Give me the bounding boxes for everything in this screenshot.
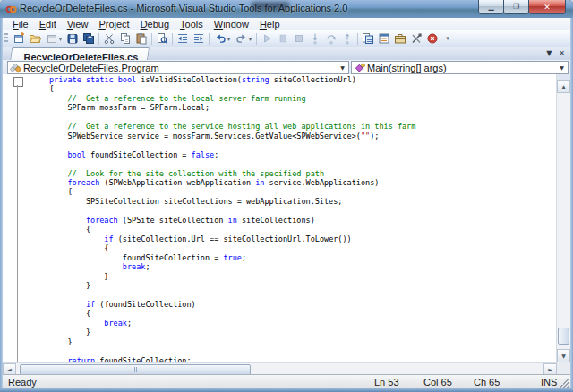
status-character-number: Ch 65 — [474, 377, 500, 388]
save-button[interactable] — [64, 31, 81, 46]
menu-item-file[interactable]: File — [7, 18, 34, 30]
break-all-icon — [277, 32, 289, 45]
types-dropdown-value: RecycleOrDeleteFiles.Program — [23, 63, 337, 73]
redo-button[interactable]: ▾ — [233, 31, 254, 46]
paste-icon — [135, 32, 148, 45]
step-out-icon — [341, 32, 354, 45]
save-all-button[interactable] — [81, 31, 97, 46]
break-all-button[interactable] — [275, 31, 291, 46]
step-over-icon — [325, 32, 338, 45]
toolbar-overflow-button[interactable]: ▾ — [442, 35, 453, 42]
cut-button[interactable] — [101, 31, 117, 46]
menu-item-help[interactable]: Help — [254, 18, 286, 30]
start-debug-icon — [261, 32, 273, 45]
open-file-button[interactable] — [27, 31, 43, 46]
title-bar[interactable]: RecycleOrDeleteFiles.cs - Microsoft Visu… — [0, 0, 573, 18]
caption-buttons: ▁❐✕ — [479, 0, 566, 14]
status-column-number: Col 65 — [423, 377, 452, 388]
resize-grip[interactable] — [560, 379, 569, 388]
status-line-number: Ln 53 — [374, 377, 399, 388]
vertical-scrollbar[interactable]: ▲ ▼ — [556, 74, 570, 362]
maximize-button-icon: ❐ — [513, 4, 519, 11]
horizontal-scrollbar[interactable]: ◄ ► — [3, 362, 557, 375]
paste-button[interactable] — [133, 31, 150, 46]
add-new-item-button[interactable] — [11, 31, 27, 46]
status-message: Ready — [8, 377, 37, 388]
minimize-button-icon: ▁ — [488, 4, 493, 11]
dropdown-caret-icon[interactable]: ▾ — [59, 36, 62, 42]
increase-indent-button[interactable] — [191, 31, 207, 46]
stop-debug-icon — [293, 32, 305, 45]
scrollbar-corner — [557, 362, 570, 374]
menu-bar: FileEditViewProjectDebugToolsWindowHelp — [3, 18, 570, 30]
status-insert-mode: INS — [541, 377, 557, 388]
maximize-button[interactable]: ❐ — [503, 0, 529, 14]
toolbar-grip-handle[interactable] — [4, 33, 8, 44]
dropdown-caret-icon[interactable]: ▾ — [227, 36, 230, 42]
menu-item-window[interactable]: Window — [209, 18, 254, 30]
class-icon — [10, 63, 21, 73]
menu-item-edit[interactable]: Edit — [34, 18, 62, 30]
open-file-icon — [29, 32, 41, 45]
undo-button[interactable]: ▾ — [211, 31, 233, 46]
close-button[interactable]: ✕ — [528, 0, 566, 14]
tab-recycleordeletefiles[interactable]: RecycleOrDeleteFiles.cs — [10, 47, 150, 61]
add-form-button[interactable]: ▾ — [43, 31, 64, 46]
redo-icon — [235, 32, 248, 45]
copy-icon — [119, 32, 132, 45]
solution-explorer-button[interactable] — [360, 31, 376, 46]
cut-icon — [103, 32, 115, 45]
toolbar-separator — [256, 33, 257, 45]
members-dropdown-value: Main(string[] args) — [367, 63, 556, 73]
window-title: RecycleOrDeleteFiles.cs - Microsoft Visu… — [20, 3, 347, 13]
tab-scroll-dropdown-icon[interactable]: ▼ — [546, 48, 552, 58]
decrease-indent-button[interactable] — [175, 31, 191, 46]
toolbox-button[interactable] — [392, 31, 408, 46]
save-all-icon — [82, 32, 95, 45]
properties-window-button[interactable] — [376, 31, 392, 46]
toolbar-separator — [172, 33, 173, 45]
tools-options-button[interactable] — [408, 31, 424, 46]
code-text[interactable]: private static bool isValidSiteCollectio… — [13, 75, 415, 362]
dropdown-caret-icon[interactable]: ▾ — [249, 36, 252, 42]
find-button[interactable] — [154, 31, 170, 46]
code-editor[interactable]: private static bool isValidSiteCollectio… — [3, 74, 570, 362]
vertical-scrollbar-thumb[interactable] — [558, 328, 569, 345]
document-tab-strip: RecycleOrDeleteFiles.cs ▼ ✕ — [3, 47, 570, 61]
menu-item-tools[interactable]: Tools — [175, 18, 209, 30]
step-over-button[interactable] — [323, 31, 339, 46]
find-icon — [156, 32, 168, 45]
copy-button[interactable] — [117, 31, 133, 46]
scroll-up-arrow-icon[interactable]: ▲ — [557, 80, 570, 93]
toolbox-icon — [394, 32, 406, 45]
menu-item-view[interactable]: View — [62, 18, 94, 30]
toolbar-separator — [151, 33, 152, 45]
save-icon — [66, 32, 79, 45]
minimize-button[interactable]: ▁ — [478, 0, 504, 14]
scroll-down-arrow-icon[interactable]: ▼ — [557, 349, 570, 362]
add-new-item-icon — [13, 32, 25, 45]
toolbar-separator — [357, 33, 358, 45]
decrease-indent-icon — [176, 32, 189, 45]
types-dropdown[interactable]: RecycleOrDeleteFiles.Program ▼ — [7, 61, 349, 74]
error-list-button[interactable] — [424, 31, 440, 46]
members-dropdown-caret-icon[interactable]: ▼ — [556, 64, 568, 71]
application-window: RecycleOrDeleteFiles.cs - Microsoft Visu… — [0, 0, 573, 392]
start-debug-button[interactable] — [259, 31, 275, 46]
error-list-icon — [426, 32, 439, 45]
toolbar-separator — [98, 33, 99, 45]
step-out-button[interactable] — [339, 31, 355, 46]
types-dropdown-caret-icon[interactable]: ▼ — [337, 64, 348, 71]
add-form-icon — [46, 32, 58, 45]
stop-debug-button[interactable] — [291, 31, 307, 46]
close-button-icon: ✕ — [543, 3, 551, 11]
status-bar: Ready Ln 53 Col 65 Ch 65 INS — [3, 374, 570, 389]
members-dropdown[interactable]: Main(string[] args) ▼ — [351, 61, 569, 74]
menu-item-project[interactable]: Project — [93, 18, 134, 30]
step-into-button[interactable] — [307, 31, 323, 46]
tab-close-icon[interactable]: ✕ — [559, 48, 565, 58]
menu-item-debug[interactable]: Debug — [135, 18, 175, 30]
editor-navigation-bar: RecycleOrDeleteFiles.Program ▼ Main(stri… — [3, 60, 570, 74]
redacted-watermark — [252, 2, 289, 10]
step-into-icon — [309, 32, 321, 45]
